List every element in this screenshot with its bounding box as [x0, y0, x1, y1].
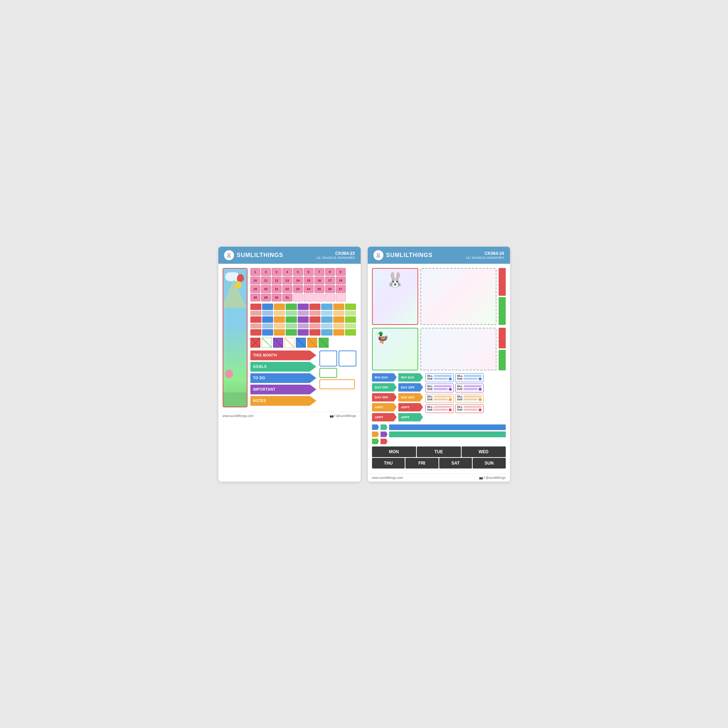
num-30: 30 [272, 294, 282, 301]
num-3: 3 [272, 268, 282, 276]
box-label-blue-1 [319, 350, 337, 367]
stickers-section: PAY DAY PAY DAY DAY OFF DAY OFF DAY OFF … [372, 373, 506, 422]
due-line-8: DUE [457, 408, 481, 411]
header2-left: 🐰 SUMLILTHINGS [373, 250, 433, 260]
due-line-3: DUE [428, 388, 452, 391]
tracker-row-1 [372, 424, 506, 430]
tracker-flag-purple-1 [380, 431, 388, 437]
num-27: 27 [336, 285, 346, 293]
num-20: 20 [261, 285, 271, 293]
sidebar-image [223, 269, 247, 407]
sticker-payday-1: PAY DAY [372, 373, 397, 382]
bill-dot-8 [479, 408, 481, 411]
diagonal-boxes [250, 338, 356, 348]
bill-dot-6 [479, 398, 481, 401]
num-empty-4 [325, 294, 335, 301]
bar-blue-1 [262, 304, 273, 310]
header-left: 🐰 SUMLILTHINGS [224, 250, 284, 260]
day-thu: THU [372, 458, 405, 468]
bill-dot-3 [449, 388, 452, 391]
half-lb-2 [321, 323, 332, 329]
num-9: 9 [336, 268, 346, 276]
num-11: 11 [261, 277, 271, 284]
due-bar-8 [463, 409, 477, 411]
num-25: 25 [314, 285, 324, 293]
sheet2-middle: 🦆 [372, 328, 506, 370]
bill-bar-3 [434, 385, 451, 387]
character-box-1: 🐰 [372, 268, 418, 325]
bar-red-5 [250, 329, 261, 336]
logo-icon: 🐰 [224, 250, 234, 260]
num-26: 26 [325, 285, 335, 293]
half-lime-1 [345, 310, 356, 316]
sticker-row-appt2: APPT APPT [372, 413, 423, 422]
half-green-1 [285, 310, 297, 316]
halftone-row-2 [250, 323, 356, 329]
bill-stickers: BILL DUE BILL [425, 373, 484, 422]
bars-row-2 [250, 317, 356, 323]
bill-line-4: BILL [457, 385, 481, 387]
character-figure-2: 🦆 [373, 329, 417, 347]
bill-dot-2 [479, 378, 481, 380]
half-green-2 [285, 323, 297, 329]
flag-todo: TO DO [250, 373, 317, 383]
half-blue-2 [262, 323, 273, 329]
number-row-1: 1 2 3 4 5 6 7 8 9 [250, 268, 356, 276]
bill-line-5: BILL [428, 395, 452, 398]
bar-green-1 [285, 304, 297, 310]
sheet-1: 🐰 SUMLILTHINGS CK064-23 LIL' MAGICAL MUN… [218, 247, 361, 482]
sheet2-header: 🐰 SUMLILTHINGS CK064-24 LIL' MAGICAL MUN… [368, 247, 510, 264]
num-15: 15 [304, 277, 314, 284]
tracker-row-3 [372, 439, 506, 444]
halftone-row-1 [250, 310, 356, 316]
bill-dot-4 [479, 388, 481, 391]
num-empty-3 [314, 294, 324, 301]
due-line-4: DUE [457, 388, 481, 391]
grass-strip [223, 392, 247, 407]
bill-line-1: BILL [428, 375, 452, 377]
diag-orange2 [307, 338, 317, 348]
bar-orange-2 [333, 304, 344, 310]
bill-row-4: BILL DUE BILL [425, 404, 484, 413]
bill-line-3: BILL [428, 385, 452, 387]
bill-box-red-1: BILL DUE [425, 404, 454, 413]
half-red-1 [250, 310, 261, 316]
bill-row-2: BILL DUE BILL [425, 384, 484, 392]
sticker-dayoff-2: DAY OFF [398, 383, 423, 392]
num-1: 1 [250, 268, 261, 276]
flag-this-month: THIS MONTH [250, 350, 317, 361]
note-box-2 [420, 328, 497, 370]
tracker-bar-blue-1 [389, 424, 506, 430]
half-red-4 [310, 323, 320, 329]
num-8: 8 [325, 268, 335, 276]
yellow-balloon [235, 281, 242, 288]
right-strip-1 [499, 268, 506, 325]
right-bar-green [499, 297, 506, 325]
number-grid: 1 2 3 4 5 6 7 8 9 10 11 [250, 268, 356, 301]
sheet1-subtitle: LIL' MAGICAL MUNCHIES [317, 256, 355, 260]
bill-dot-1 [449, 378, 452, 380]
number-row-4: 28 29 30 31 [250, 294, 356, 301]
day-sat: SAT [439, 458, 472, 468]
right-strip-2 [499, 328, 506, 370]
footer-website-1: www.sumlilthings.com [223, 414, 254, 418]
bill-box-purple-1: BILL DUE [425, 384, 454, 392]
half-red-2 [310, 310, 320, 316]
sheet1-code: CK064-23 [317, 251, 355, 256]
tracker-flag-teal-1 [380, 424, 388, 430]
flag-notes: NOTES [250, 396, 317, 406]
box-labels [319, 350, 356, 389]
bar-lime-1 [345, 304, 356, 310]
bar-blue-3 [262, 329, 273, 336]
sheet2-code: CK064-24 [466, 251, 504, 256]
brand-name-2: SUMLILTHINGS [386, 252, 433, 258]
bars-row-1 [250, 304, 356, 310]
due-bar-1 [434, 378, 448, 380]
tracker-section [372, 424, 506, 444]
red-balloon [237, 274, 244, 282]
sheet2-subtitle: LIL' MAGICAL MUNCHIES [466, 256, 504, 260]
half-orange-3 [274, 323, 285, 329]
due-line-2: DUE [457, 378, 481, 380]
flag-labels: THIS MONTH GOALS TO DO IMPORTANT [250, 350, 317, 407]
sheet2-body: 🐰 🦆 [368, 264, 510, 474]
